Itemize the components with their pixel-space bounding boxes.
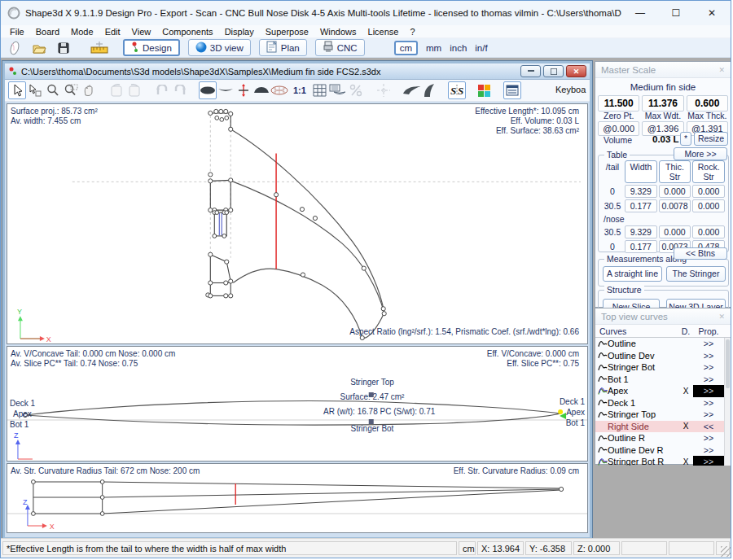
nose-row-0-val-1[interactable]: 9.329 xyxy=(625,225,657,238)
slice-view-panel[interactable]: Z Av. V/Concave Tail: 0.000 cm Nose: 0.0… xyxy=(7,346,588,462)
stringer-ss-icon[interactable]: SS xyxy=(448,81,466,99)
curve-prop-button[interactable]: >> xyxy=(693,338,724,350)
table-header-width[interactable]: Width xyxy=(625,160,657,183)
unit-cm[interactable]: cm xyxy=(394,41,418,55)
design-button[interactable]: Design xyxy=(123,39,180,56)
doc-close-button[interactable]: ✕ xyxy=(566,65,586,77)
outline-view-icon[interactable] xyxy=(199,81,217,99)
curve-display-flag[interactable]: X xyxy=(678,387,693,396)
new-board-icon[interactable] xyxy=(4,40,25,56)
zoom-window-icon[interactable] xyxy=(62,81,80,99)
menu-windows[interactable]: Windows xyxy=(314,27,362,37)
curve-row-outline[interactable]: Outline>> xyxy=(595,338,724,350)
curve-row-stringer-bot[interactable]: Stringer Bot>> xyxy=(595,361,724,374)
select-box-icon[interactable] xyxy=(26,81,44,99)
curve-row-stringer-bot-r[interactable]: Stringer Bot RX>> xyxy=(595,456,724,466)
unit-mm[interactable]: mm xyxy=(426,43,441,53)
menu-superpose[interactable]: Superpose xyxy=(260,27,314,37)
guidelines-icon[interactable] xyxy=(375,81,393,99)
thickness-view-icon[interactable] xyxy=(235,81,252,99)
master-scale-close-icon[interactable]: ✕ xyxy=(718,66,725,74)
nose-row-0-val-2[interactable]: 0.000 xyxy=(659,225,691,238)
tail-row-0-val-3[interactable]: 0.000 xyxy=(692,185,725,198)
menu-license[interactable]: License xyxy=(362,27,405,37)
more-button[interactable]: More >> xyxy=(674,147,727,160)
properties-panel-icon[interactable] xyxy=(503,81,521,99)
scale-1-1-label[interactable]: 1:1 xyxy=(288,85,311,95)
minimize-button[interactable]: — xyxy=(633,7,647,19)
master-scale-header[interactable]: Master Scale ✕ xyxy=(595,62,731,78)
curves-scrollbar[interactable] xyxy=(724,338,731,466)
curve-prop-button[interactable]: >> xyxy=(693,397,724,409)
resize-grip[interactable] xyxy=(721,546,731,557)
doc-restore-button[interactable] xyxy=(543,65,564,77)
resize-button[interactable]: Resize xyxy=(694,132,728,146)
close-button[interactable]: ✕ xyxy=(704,7,719,19)
cnc-button[interactable]: CNC xyxy=(315,39,365,56)
nose-row-0-val-3[interactable]: 0.000 xyxy=(692,225,725,238)
curve-prop-button[interactable]: >> xyxy=(693,444,724,457)
select-arrow-icon[interactable] xyxy=(8,81,26,99)
3d-view-button[interactable]: 3D view xyxy=(188,39,251,56)
curve-row-right-side[interactable]: Right SideX<< xyxy=(595,421,724,433)
curve-row-stringer-top[interactable]: Stringer Top>> xyxy=(595,409,724,421)
top-view-panel[interactable]: Y X Surface proj.: 85.73 cm² Av. width: … xyxy=(7,103,588,344)
unit-inch[interactable]: inch xyxy=(450,43,467,53)
rotate-right-icon[interactable] xyxy=(125,81,143,99)
curve-prop-button[interactable]: >> xyxy=(693,456,724,466)
curve-prop-button[interactable]: >> xyxy=(693,409,724,421)
tail-row-1-val-1[interactable]: 0.177 xyxy=(625,199,657,212)
curve-row-apex[interactable]: ApexX>> xyxy=(595,385,724,397)
tail-row-1-val-2[interactable]: 0.0078 xyxy=(659,199,691,212)
table-header-thic-str[interactable]: Thic. Str xyxy=(659,160,691,183)
zoom-icon[interactable] xyxy=(44,81,62,99)
straight-line-button[interactable]: A straight line xyxy=(603,266,662,282)
ruler-icon[interactable] xyxy=(89,40,110,56)
thickness-value[interactable]: 0.600 xyxy=(687,95,728,112)
curve-row-outline-r[interactable]: Outline R>> xyxy=(595,432,724,444)
menu-components[interactable]: Components xyxy=(156,27,218,37)
width-value[interactable]: 11.376 xyxy=(642,95,683,112)
doc-minimize-button[interactable] xyxy=(520,65,541,77)
fin-upright-icon[interactable] xyxy=(420,81,438,99)
unit-inf[interactable]: in/f xyxy=(475,43,487,53)
tail-row-0-val-1[interactable]: 9.329 xyxy=(625,185,657,198)
curve-prop-button[interactable]: >> xyxy=(693,374,724,386)
tail-row-1-val-3[interactable]: 0.000 xyxy=(692,199,725,212)
colors-icon[interactable] xyxy=(476,81,494,99)
wireframe-icon[interactable] xyxy=(270,81,288,99)
tail-row-0-val-2[interactable]: 0.000 xyxy=(659,185,691,198)
plan-button[interactable]: Plan xyxy=(259,39,307,56)
curve-row-outline-dev-r[interactable]: Outline Dev R>> xyxy=(595,444,724,457)
curve-row-bot-1[interactable]: Bot 1>> xyxy=(595,374,724,386)
pan-hand-icon[interactable] xyxy=(80,81,98,99)
redo-icon[interactable] xyxy=(171,81,189,99)
curve-prop-button[interactable]: >> xyxy=(693,432,724,444)
curves-panel-header[interactable]: Top view curves ✕ xyxy=(595,308,731,325)
nose-row-1-val-1[interactable]: 0.177 xyxy=(625,240,657,253)
cut-measure-icon[interactable] xyxy=(347,81,365,99)
star-button[interactable]: * xyxy=(680,132,691,146)
length-value[interactable]: 11.500 xyxy=(598,95,639,112)
undo-icon[interactable] xyxy=(153,81,171,99)
menu-file[interactable]: File xyxy=(4,27,30,37)
maximize-button[interactable]: ☐ xyxy=(669,7,683,19)
menu-view[interactable]: View xyxy=(126,27,157,37)
the-stringer-button[interactable]: The Stringer xyxy=(666,266,726,282)
menu-board[interactable]: Board xyxy=(30,27,65,37)
slices-panel-icon[interactable] xyxy=(329,81,347,99)
profile-view-icon[interactable] xyxy=(217,81,235,99)
curve-prop-button[interactable]: >> xyxy=(693,385,724,397)
rocker-view-panel[interactable]: Z X Av. Str. Curvature Radius Tail: 672 … xyxy=(7,463,588,533)
menu-mode[interactable]: Mode xyxy=(65,27,99,37)
curve-row-deck-1[interactable]: Deck 1>> xyxy=(595,397,724,409)
save-icon[interactable] xyxy=(53,40,74,56)
curve-prop-button[interactable]: >> xyxy=(693,350,724,362)
half-outline-icon[interactable] xyxy=(252,81,270,99)
fin-side-icon[interactable] xyxy=(402,81,420,99)
curve-display-flag[interactable]: X xyxy=(678,457,693,466)
menu-help[interactable]: ? xyxy=(404,27,420,37)
rotate-left-icon[interactable] xyxy=(108,81,125,99)
curve-prop-button[interactable]: >> xyxy=(693,361,724,374)
curve-prop-button[interactable]: << xyxy=(693,421,724,433)
